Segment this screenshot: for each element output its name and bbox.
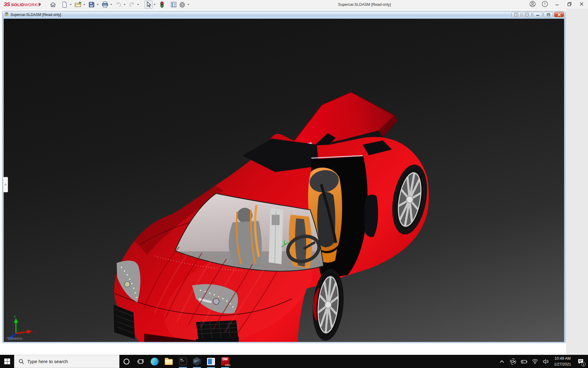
home-icon [50, 2, 56, 8]
assembly-document-icon [4, 12, 9, 17]
open-folder-icon [74, 2, 82, 8]
battery-button[interactable] [519, 355, 529, 368]
desktop: ЗS SOLIDWORKS [0, 0, 588, 368]
edrawings-hexagon-icon [193, 357, 201, 366]
menu-expand-arrow-icon[interactable] [39, 3, 41, 6]
select-tool-button[interactable] [145, 1, 153, 9]
graphics-viewport[interactable]: y x *Dimetric [3, 18, 565, 343]
tray-overflow-button[interactable] [497, 355, 507, 368]
redo-button[interactable] [128, 1, 136, 9]
remote-window-icon [207, 358, 215, 365]
taskbar-clock[interactable]: 10:49 AM 1/27/2021 [552, 356, 573, 367]
document-titlebar[interactable]: Supercar.SLDASM [Read-only] [3, 11, 565, 18]
new-document-dropdown[interactable] [69, 1, 72, 9]
car-3d-model [4, 19, 564, 342]
solidworks-logo: ЗS SOLIDWORKS [4, 1, 40, 8]
app-window-controls: ? [529, 0, 586, 9]
app-restore-button[interactable] [565, 1, 573, 9]
handle-dot [5, 184, 6, 186]
document-restore-button[interactable] [544, 12, 553, 17]
network-button[interactable] [530, 355, 540, 368]
search-icon [19, 359, 24, 364]
volume-button[interactable] [541, 355, 551, 368]
help-button[interactable]: ? [541, 1, 549, 9]
speaker-icon [543, 359, 549, 364]
edge-icon [151, 358, 159, 366]
notification-badge: 1 [581, 362, 586, 366]
print-button[interactable] [101, 1, 109, 9]
options-button[interactable] [178, 1, 186, 9]
taskbar-app-command-prompt[interactable] [176, 355, 190, 368]
user-account-icon [529, 1, 536, 9]
redo-dropdown[interactable] [137, 1, 140, 9]
system-tray: 10:49 AM 1/27/2021 1 [497, 355, 588, 368]
file-properties-button[interactable] [170, 1, 178, 9]
document-close-button[interactable] [554, 12, 564, 17]
save-button[interactable] [88, 1, 96, 9]
view-orientation-label: *Dimetric [6, 336, 23, 341]
triad-x-label: x [34, 330, 36, 334]
action-center-button[interactable]: 1 [575, 355, 587, 368]
taskbar-app-file-explorer[interactable] [162, 355, 176, 368]
sw-year: 2021 [225, 364, 231, 366]
app-minimize-button[interactable] [553, 1, 561, 9]
redo-icon [129, 2, 135, 7]
select-tool-dropdown[interactable] [153, 1, 156, 9]
file-properties-icon [171, 2, 177, 8]
collapse-left-pane-button[interactable] [511, 12, 521, 17]
wifi-icon [532, 359, 538, 364]
windows-taskbar: SW 2021 [0, 355, 588, 368]
app-close-button[interactable] [578, 1, 586, 9]
taskbar-app-edge[interactable] [148, 355, 162, 368]
meet-now-button[interactable] [508, 355, 518, 368]
task-view-button[interactable] [134, 355, 148, 368]
file-explorer-icon [165, 359, 173, 365]
document-title: Supercar.SLDASM [Read-only] [10, 13, 61, 17]
restore-icon [567, 2, 572, 8]
print-icon [102, 2, 108, 8]
save-dropdown[interactable] [96, 1, 99, 9]
cortana-icon [123, 358, 130, 365]
select-cursor-icon [146, 2, 151, 8]
help-icon: ? [541, 1, 548, 9]
new-document-icon [62, 2, 67, 8]
mdi-client-area: Supercar.SLDASM [Read-only] [0, 9, 588, 355]
taskbar-search[interactable] [14, 355, 119, 368]
feature-tree-collapse-handle[interactable] [3, 177, 8, 192]
new-document-button[interactable] [61, 1, 69, 9]
home-button[interactable] [49, 1, 57, 9]
sw-letters: SW [222, 358, 228, 361]
open-dropdown[interactable] [83, 1, 86, 9]
gear-icon [179, 2, 185, 8]
save-icon [89, 2, 95, 8]
solidworks-app-icon: SW 2021 [221, 357, 229, 366]
taskbar-app-edrawings[interactable] [190, 355, 204, 368]
open-button[interactable] [74, 1, 82, 9]
start-button[interactable] [0, 355, 14, 368]
undo-dropdown[interactable] [123, 1, 126, 9]
account-button[interactable] [529, 1, 537, 9]
print-dropdown[interactable] [110, 1, 113, 9]
rebuild-button[interactable] [158, 1, 166, 9]
main-toolbar [49, 0, 191, 9]
clock-time: 10:49 AM [552, 356, 573, 361]
collapse-right-pane-button[interactable] [522, 12, 532, 17]
search-input[interactable] [27, 359, 101, 364]
options-dropdown[interactable] [187, 1, 190, 9]
cortana-button[interactable] [119, 355, 134, 368]
app-window-title: Supercar.SLDASM [Read-only] [338, 2, 391, 7]
taskbar-app-remote-window[interactable] [204, 355, 218, 368]
document-minimize-button[interactable] [533, 12, 542, 17]
undo-icon [115, 2, 122, 7]
battery-charging-icon [520, 359, 528, 364]
document-window: Supercar.SLDASM [Read-only] [2, 11, 565, 343]
traffic-light-icon [160, 1, 164, 8]
undo-button[interactable] [115, 1, 123, 9]
meet-now-camera-icon [510, 358, 516, 365]
mdi-background [566, 9, 588, 355]
svg-text:?: ? [544, 2, 546, 6]
command-prompt-icon [179, 358, 187, 365]
clock-date: 1/27/2021 [552, 362, 573, 367]
minimize-icon [555, 2, 559, 7]
taskbar-app-solidworks[interactable]: SW 2021 [218, 355, 232, 368]
